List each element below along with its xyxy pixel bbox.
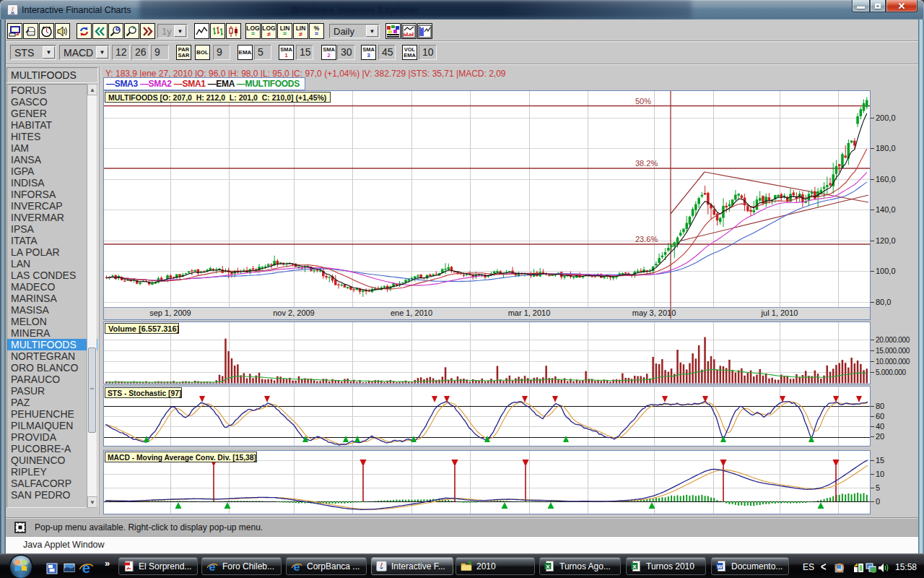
svg-text:jul 1, 2010: jul 1, 2010 <box>761 309 798 317</box>
svg-text:e: e <box>209 561 216 572</box>
svg-text:may 3, 2010: may 3, 2010 <box>632 309 676 317</box>
svg-text:50%: 50% <box>635 97 651 105</box>
svg-text:Volume [6.557.316]: Volume [6.557.316] <box>108 324 180 333</box>
svg-text:MULTIFOODS [O: 207,0 H: 212,0: MULTIFOODS [O: 207,0 H: 212,0 L: 201,0 C… <box>108 93 326 102</box>
svg-text:sep 1, 2009: sep 1, 2009 <box>149 309 191 317</box>
svg-text:ene 1, 2010: ene 1, 2010 <box>391 309 432 317</box>
svg-text:e: e <box>294 561 300 572</box>
svg-text:nov 2, 2009: nov 2, 2009 <box>273 309 315 317</box>
svg-text:38.2%: 38.2% <box>635 159 658 168</box>
svg-text:STS - Stochastic [97]: STS - Stochastic [97] <box>108 389 181 397</box>
svg-text:X: X <box>632 564 637 570</box>
svg-text:23.6%: 23.6% <box>635 235 658 243</box>
svg-text:W: W <box>717 564 723 570</box>
svg-text:e: e <box>82 560 91 575</box>
svg-text:X: X <box>546 564 550 570</box>
svg-text:MACD - Moving Average Conv. Di: MACD - Moving Average Conv. Div. [15,38] <box>108 454 256 462</box>
svg-text:mar 1, 2010: mar 1, 2010 <box>508 309 551 317</box>
